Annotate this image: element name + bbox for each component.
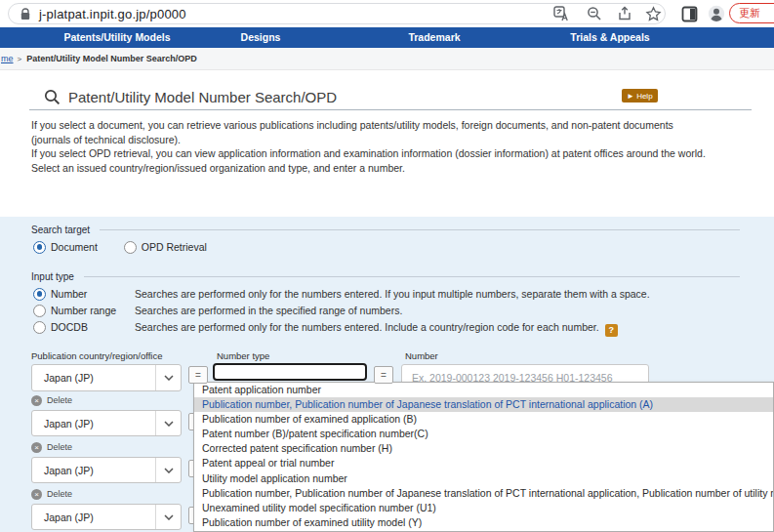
radio-document-label: Document xyxy=(51,241,98,253)
description-line: If you select a document, you can retrie… xyxy=(31,118,707,146)
delete-circle-icon: × xyxy=(31,442,42,453)
delete-circle-icon: × xyxy=(31,395,42,406)
dropdown-option[interactable]: Utility model application number xyxy=(194,471,773,486)
url-text[interactable]: j-platpat.inpit.go.jp/p0000 xyxy=(39,7,186,21)
radio-number-description: Searches are performed only for the numb… xyxy=(135,288,650,300)
delete-circle-icon: × xyxy=(31,489,42,500)
chevron-down-icon xyxy=(155,458,181,482)
breadcrumb-home-link[interactable]: me xyxy=(1,54,14,63)
radio-opd-retrieval[interactable] xyxy=(124,241,137,254)
country-select-2[interactable]: Japan (JP) xyxy=(31,410,182,436)
page-title: Patent/Utility Model Number Search/OPD xyxy=(68,89,337,105)
dropdown-option[interactable]: Patent number (B)/patent specification n… xyxy=(194,427,773,441)
input-type-option-docdb: DOCDB Searches are performed only for th… xyxy=(33,320,736,334)
search-target-section-header: Search target xyxy=(31,225,740,235)
input-type-option-number: Number Searches are performed only for t… xyxy=(33,287,736,301)
column-header-country: Publication country/region/office xyxy=(31,350,163,361)
input-type-section-header: Input type xyxy=(31,271,740,282)
nav-trials-appeals[interactable]: Trials & Appeals xyxy=(570,31,649,43)
help-button[interactable]: ► Help xyxy=(622,89,658,102)
refresh-extension-button[interactable]: 更新 xyxy=(729,3,774,23)
search-icon xyxy=(44,89,61,105)
dropdown-option[interactable]: Patent application number xyxy=(194,383,773,397)
column-header-number: Number xyxy=(405,350,438,361)
radio-opd-retrieval-label: OPD Retrieval xyxy=(142,241,207,253)
breadcrumb-separator-icon: > xyxy=(18,55,22,63)
radio-document[interactable] xyxy=(33,241,46,254)
nav-patents-utility-models[interactable]: Patents/Utility Models xyxy=(63,31,170,43)
bookmark-star-icon[interactable] xyxy=(644,5,662,22)
dropdown-option[interactable]: Corrected patent specification number (H… xyxy=(194,441,773,456)
delete-row-button[interactable]: ×Delete xyxy=(31,394,72,406)
description-line: Select an issued country/region/issued o… xyxy=(31,161,707,176)
country-select-value: Japan (JP) xyxy=(44,418,155,430)
country-select-3[interactable]: Japan (JP) xyxy=(31,457,182,483)
share-icon[interactable] xyxy=(616,5,633,22)
search-target-label: Search target xyxy=(31,225,90,235)
section-divider xyxy=(84,276,740,277)
browser-toolbar: j-platpat.inpit.go.jp/p0000 更新 xyxy=(0,0,774,27)
zoom-icon[interactable] xyxy=(586,5,603,22)
radio-docdb-label: DOCDB xyxy=(51,321,88,333)
radio-number[interactable] xyxy=(33,288,46,301)
main-nav: Patents/Utility Models Designs Trademark… xyxy=(0,27,774,48)
dropdown-option[interactable]: Publication number of examined utility m… xyxy=(194,515,773,530)
nav-trademark[interactable]: Trademark xyxy=(408,31,460,43)
radio-docdb[interactable] xyxy=(33,321,46,334)
section-divider xyxy=(100,229,740,230)
dropdown-option-highlighted[interactable]: Publication number, Publication number o… xyxy=(194,397,773,412)
translate-icon[interactable] xyxy=(552,5,570,22)
input-type-label: Input type xyxy=(31,271,74,282)
page-description: If you select a document, you can retrie… xyxy=(31,118,707,175)
radio-number-range-description: Searches are performed in the specified … xyxy=(135,305,402,316)
lock-icon xyxy=(20,8,31,20)
country-select-4[interactable]: Japan (JP) xyxy=(31,504,182,530)
country-select-value: Japan (JP) xyxy=(44,512,155,523)
dropdown-option[interactable]: Publication number, Publication number o… xyxy=(194,486,773,501)
chevron-down-icon xyxy=(155,411,181,435)
input-type-option-number-range: Number range Searches are performed in t… xyxy=(33,304,736,317)
country-select-1[interactable]: Japan (JP) xyxy=(31,364,182,391)
description-line: If you select OPD retrieval, you can vie… xyxy=(31,146,707,161)
number-type-combobox[interactable] xyxy=(213,363,367,381)
equal-handle-icon[interactable]: = xyxy=(374,366,393,384)
search-target-options: Document OPD Retrieval xyxy=(33,240,207,254)
radio-number-label: Number xyxy=(51,288,87,300)
column-header-number-type: Number type xyxy=(217,350,269,361)
chevron-down-icon xyxy=(155,365,181,390)
country-select-value: Japan (JP) xyxy=(44,465,155,476)
nav-designs[interactable]: Designs xyxy=(241,31,281,43)
number-type-dropdown-list: Patent application number Publication nu… xyxy=(193,382,774,532)
dropdown-option[interactable]: Publication number of examined applicati… xyxy=(194,412,773,427)
profile-avatar-icon[interactable] xyxy=(708,5,725,22)
question-help-icon[interactable]: ? xyxy=(605,324,618,337)
breadcrumb-current: Patent/Utility Model Number Search/OPD xyxy=(26,54,197,63)
country-select-value: Japan (JP) xyxy=(44,372,155,384)
dropdown-option[interactable]: Patent appeal or trial number xyxy=(194,456,773,471)
equal-handle-icon[interactable]: = xyxy=(188,366,208,384)
breadcrumb: me > Patent/Utility Model Number Search/… xyxy=(0,48,774,70)
radio-number-range-label: Number range xyxy=(51,305,116,316)
delete-row-button[interactable]: ×Delete xyxy=(31,441,72,453)
radio-docdb-description: Searches are performed only for the numb… xyxy=(135,321,618,337)
side-panel-icon[interactable] xyxy=(680,5,698,22)
delete-row-button[interactable]: ×Delete xyxy=(31,488,72,500)
radio-number-range[interactable] xyxy=(33,305,46,317)
dropdown-option[interactable]: Unexamined utility model specification n… xyxy=(194,501,773,515)
chevron-down-icon xyxy=(155,505,181,529)
page-title-row: Patent/Utility Model Number Search/OPD ►… xyxy=(29,84,752,110)
